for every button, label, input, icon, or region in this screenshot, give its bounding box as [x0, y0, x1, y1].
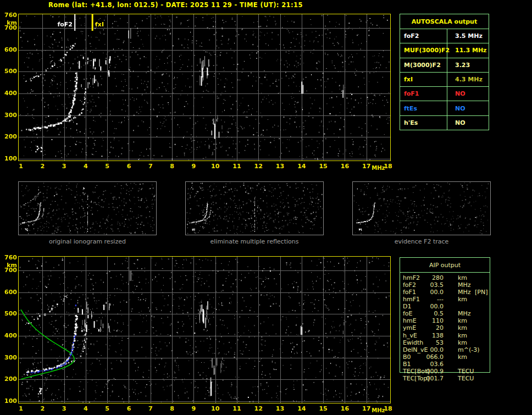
aip-param-value: 53 [411, 339, 444, 346]
aip-param-unit: TECU [458, 368, 474, 375]
x-axis-unit-mhz: MHz [370, 407, 386, 414]
x-tick-label: 9 [185, 163, 202, 170]
autoscala-param-label: h'Es [400, 116, 447, 130]
aip-table-title: AIP output [400, 258, 490, 273]
autoscala-row: foF23.5 MHz [400, 29, 489, 43]
aip-row: hmF2280km [400, 274, 490, 281]
autoscala-row: ftEsNO [400, 101, 489, 115]
aip-param-value: 00.0 [411, 346, 444, 353]
aip-param-value: 110 [411, 317, 444, 324]
x-tick-label: 13 [272, 406, 289, 412]
aip-row: hmF1---km [400, 296, 490, 303]
aip-row: foF203.5MHz [400, 281, 490, 289]
aip-param-unit: km [458, 332, 467, 339]
y-tick-label: 400 [1, 90, 17, 97]
aip-param-unit: km [458, 353, 467, 361]
aip-param-value: 03.5 [411, 281, 444, 289]
x-tick-label: 8 [164, 163, 180, 170]
autoscala-screen: Rome (lat: +41.8, lon: 012.5) - DATE: 20… [0, 0, 532, 415]
x-tick-label: 13 [272, 163, 289, 170]
autoscala-row: h'EsNO [400, 116, 489, 130]
x-tick-label: 2 [34, 163, 51, 170]
x-tick-label: 10 [207, 163, 224, 170]
aip-param-label: B1 [403, 361, 411, 368]
aip-param-value: 20 [411, 324, 444, 331]
aip-param-value: 000.9 [411, 368, 444, 375]
y-tick-label: 400 [1, 333, 17, 339]
autoscala-param-value: 3.5 MHz [447, 29, 489, 43]
aip-param-unit: km [458, 339, 467, 346]
aip-param-value: 138 [411, 332, 444, 339]
aip-row: Ewidth53km [400, 339, 490, 346]
autoscala-param-label: fxI [400, 73, 447, 86]
thumbnail-caption-1: original ionogram resized [18, 238, 157, 245]
x-tick-label: 15 [315, 163, 331, 170]
x-tick-label: 1 [13, 406, 29, 412]
aip-param-value: 00.0 [411, 303, 444, 310]
autoscala-row: foF1NO [400, 87, 489, 101]
aip-row: TEC[Top]001.7TECU [400, 375, 490, 382]
autoscala-param-value: 3.23 [447, 58, 489, 72]
x-tick-label: 3 [56, 406, 73, 412]
x-tick-label: 14 [293, 163, 310, 170]
autoscala-param-value: 11.3 MHz [447, 43, 489, 57]
aip-row: h_vE138km [400, 332, 490, 339]
y-tick-label: 700 [1, 25, 17, 31]
aip-row: DelN_vE00.0m^(-3) [400, 346, 490, 353]
autoscala-param-label: foF1 [400, 87, 447, 101]
aip-param-value: 00.0 [411, 289, 444, 296]
fof2-marker-label: foF2 [52, 21, 73, 28]
page-title: Rome (lat: +41.8, lon: 012.5) - DATE: 20… [48, 1, 303, 9]
x-tick-label: 2 [34, 406, 51, 412]
aip-param-unit: MHz [458, 310, 471, 317]
thumbnail-caption-2: eliminate multiple reflections [185, 238, 324, 245]
x-tick-label: 4 [77, 163, 94, 170]
aip-param-unit: TECU [458, 375, 474, 382]
x-tick-label: 16 [336, 406, 353, 412]
y-tick-label: 300 [1, 355, 17, 361]
x-tick-label: 14 [293, 406, 310, 412]
aip-param-value: 066.0 [411, 353, 444, 361]
autoscala-param-value: NO [447, 87, 489, 101]
x-tick-label: 15 [315, 406, 331, 412]
aip-param-value: 0.5 [411, 310, 444, 317]
aip-row: D100.0 [400, 303, 490, 310]
aip-row: foE0.5MHz [400, 310, 490, 317]
y-tick-label: 300 [1, 112, 17, 119]
y-tick-label: 100 [1, 156, 17, 162]
x-tick-label: 9 [185, 406, 202, 412]
aip-param-value: --- [411, 296, 444, 303]
autoscala-param-label: ftEs [400, 101, 447, 115]
autoscala-param-label: MUF(3000)F2 [400, 43, 447, 57]
x-tick-label: 1 [13, 163, 29, 170]
x-tick-label: 5 [99, 163, 115, 170]
y-tick-label: 500 [1, 311, 17, 317]
x-tick-label: 6 [120, 406, 137, 412]
aip-param-unit: km [458, 324, 467, 331]
autoscala-param-value: 4.3 MHz [447, 73, 489, 86]
aip-param-value: 001.7 [411, 375, 444, 382]
aip-row: B0066.0km [400, 353, 490, 361]
aip-param-unit: m^(-3) [458, 346, 479, 353]
y-tick-label: 700 [1, 267, 17, 274]
aip-row: ymE20km [400, 324, 490, 331]
x-tick-label: 12 [250, 163, 267, 170]
aip-row: foF100.0MHz[PN] [400, 289, 490, 296]
y-tick-label: 200 [1, 376, 17, 383]
y-tick-label: 760 [1, 254, 17, 261]
aip-param-note: [PN] [475, 289, 487, 296]
y-tick-label: 100 [1, 398, 17, 405]
aip-param-unit: km [458, 274, 467, 281]
x-tick-label: 5 [99, 406, 115, 412]
autoscala-row: MUF(3000)F211.3 MHz [400, 43, 489, 58]
aip-param-unit: km [458, 317, 467, 324]
y-tick-label: 600 [1, 289, 17, 296]
x-tick-label: 4 [77, 406, 94, 412]
thumbnail-eliminate-reflections [185, 181, 324, 235]
autoscala-row: M(3000)F23.23 [400, 58, 489, 73]
aip-param-unit: km [458, 296, 467, 303]
x-tick-label: 7 [142, 406, 159, 412]
aip-row: hmE110km [400, 317, 490, 324]
aip-param-value: 280 [411, 274, 444, 281]
x-tick-label: 8 [164, 406, 180, 412]
